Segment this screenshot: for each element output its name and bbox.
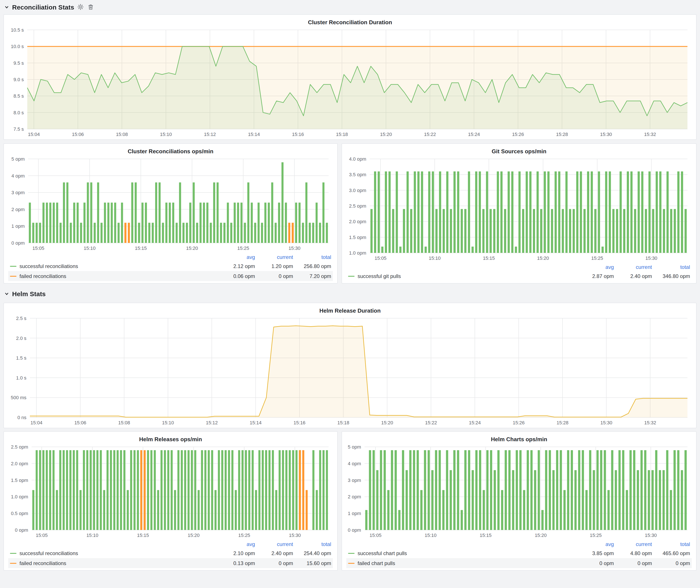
svg-text:15:10: 15:10 [429, 255, 441, 261]
duration-line-chart[interactable]: 7.5 s8.0 s8.5 s9.0 s9.5 s10.0 s10.5 s15:… [7, 26, 693, 139]
svg-text:15:15: 15:15 [483, 255, 495, 261]
svg-text:15:30: 15:30 [645, 533, 657, 538]
legend-header: avg current total [346, 540, 692, 548]
series-marker [10, 553, 16, 554]
series-marker [10, 266, 16, 267]
legend-label[interactable]: failed reconciliations [10, 560, 217, 566]
svg-text:15:06: 15:06 [74, 420, 86, 425]
helm-duration-line-chart[interactable]: 0 ns500 ms1.0 s1.5 s2.0 s2.5 s15:0415:06… [7, 315, 693, 427]
svg-text:15:25: 15:25 [237, 246, 249, 251]
panel-cluster-reconciliation-duration: Cluster Reconciliation Duration 7.5 s8.0… [3, 14, 697, 140]
legend-current-value: 1.20 opm [255, 263, 293, 269]
legend-avg-value: 2.10 opm [217, 550, 255, 556]
legend-current-value: 0 opm [255, 560, 293, 566]
svg-text:3.0 opm: 3.0 opm [349, 188, 366, 193]
git-sources-bar-chart[interactable]: 1.0 opm1.5 opm2.0 opm2.5 opm3.0 opm3.5 o… [345, 155, 693, 262]
svg-text:15:20: 15:20 [380, 132, 392, 137]
legend-total-value: 465.60 opm [652, 550, 690, 556]
svg-text:15:32: 15:32 [644, 420, 656, 425]
legend-label[interactable]: failed reconciliations [10, 273, 217, 279]
legend-header-total[interactable]: total [293, 254, 331, 260]
svg-text:9.5 s: 9.5 s [13, 60, 24, 66]
legend-header-current[interactable]: current [614, 264, 652, 270]
legend-header-total[interactable]: total [293, 541, 331, 547]
svg-text:10.0 s: 10.0 s [11, 44, 24, 49]
reconciliations-bar-chart[interactable]: 0 opm1 opm2 opm3 opm4 opm5 opm15:0515:10… [7, 155, 334, 252]
panel-title[interactable]: Helm Release Duration [7, 305, 693, 315]
svg-text:15:26: 15:26 [512, 132, 524, 137]
svg-text:1.0 opm: 1.0 opm [349, 250, 366, 256]
legend-total-value: 256.80 opm [293, 263, 331, 269]
svg-text:1.0 opm: 1.0 opm [11, 494, 28, 499]
svg-text:15:10: 15:10 [86, 533, 98, 538]
svg-text:500 ms: 500 ms [11, 395, 26, 400]
svg-text:0 ns: 0 ns [17, 415, 26, 420]
panel-helm-releases-opm: Helm Releases ops/min 0 opm0.5 opm1.0 op… [3, 431, 338, 571]
panel-title[interactable]: Helm Charts ops/min [345, 433, 693, 443]
svg-text:15:10: 15:10 [425, 533, 437, 538]
legend-header-current[interactable]: current [614, 541, 652, 547]
legend-header-avg[interactable]: avg [217, 541, 255, 547]
svg-text:3 opm: 3 opm [11, 190, 25, 195]
legend-label[interactable]: successful reconciliations [10, 263, 217, 269]
helm-releases-bar-chart[interactable]: 0 opm0.5 opm1.0 opm1.5 opm2.0 opm2.5 opm… [7, 443, 334, 540]
svg-text:15:05: 15:05 [375, 255, 387, 261]
legend-header: avg current total [8, 540, 333, 548]
chevron-down-icon[interactable] [4, 291, 9, 296]
gear-icon[interactable] [77, 3, 84, 10]
section-title[interactable]: Reconciliation Stats [12, 3, 74, 11]
svg-text:15:15: 15:15 [137, 533, 149, 538]
legend-header-avg[interactable]: avg [217, 254, 255, 260]
chevron-down-icon[interactable] [4, 5, 9, 9]
svg-text:8.5 s: 8.5 s [13, 93, 24, 99]
svg-text:0 opm: 0 opm [11, 240, 25, 246]
svg-text:15:20: 15:20 [537, 255, 549, 261]
svg-text:2.5 opm: 2.5 opm [11, 444, 28, 450]
svg-text:3.5 opm: 3.5 opm [349, 172, 366, 177]
panel-title[interactable]: Git Sources ops/min [345, 145, 693, 155]
svg-text:15:24: 15:24 [468, 132, 480, 137]
panel-cluster-reconciliations-opm: Cluster Reconciliations ops/min 0 opm1 o… [3, 143, 338, 284]
legend-label[interactable]: successful reconciliations [10, 550, 217, 556]
legend-total-value: 346.80 opm [652, 273, 690, 279]
panel-title[interactable]: Cluster Reconciliations ops/min [7, 145, 334, 155]
legend-header-avg[interactable]: avg [576, 264, 614, 270]
svg-text:2.0 opm: 2.0 opm [349, 219, 366, 224]
svg-text:8.0 s: 8.0 s [13, 110, 24, 115]
svg-text:2 opm: 2 opm [348, 494, 361, 499]
helm-charts-bar-chart[interactable]: 0 opm1 opm2 opm3 opm4 opm5 opm15:0515:10… [345, 443, 693, 540]
svg-text:7.5 s: 7.5 s [13, 126, 24, 132]
svg-text:4 opm: 4 opm [348, 461, 361, 466]
section-title[interactable]: Helm Stats [12, 290, 46, 297]
legend: avg current total successful reconciliat… [7, 540, 334, 569]
svg-text:15:10: 15:10 [84, 246, 95, 251]
svg-text:15:20: 15:20 [535, 533, 547, 538]
svg-text:15:16: 15:16 [294, 420, 305, 425]
svg-text:15:12: 15:12 [204, 132, 216, 137]
panel-title[interactable]: Helm Releases ops/min [7, 433, 334, 443]
legend-label[interactable]: successful chart pulls [348, 550, 576, 556]
panel-title[interactable]: Cluster Reconciliation Duration [7, 16, 693, 26]
svg-text:15:16: 15:16 [292, 132, 304, 137]
svg-text:10.5 s: 10.5 s [11, 27, 24, 33]
svg-text:0 opm: 0 opm [348, 527, 361, 533]
trash-icon[interactable] [87, 3, 94, 10]
svg-text:15:18: 15:18 [337, 420, 349, 425]
svg-text:15:05: 15:05 [32, 246, 44, 251]
legend: avg current total successful reconciliat… [7, 252, 334, 282]
legend-header-total[interactable]: total [652, 264, 690, 270]
legend-label[interactable]: failed chart pulls [348, 560, 576, 566]
legend-header-total[interactable]: total [652, 541, 690, 547]
legend-label[interactable]: successful git pulls [348, 273, 576, 279]
legend-header-current[interactable]: current [255, 254, 293, 260]
svg-text:4 opm: 4 opm [11, 173, 25, 179]
svg-text:15:20: 15:20 [188, 533, 200, 538]
svg-text:0 opm: 0 opm [15, 527, 28, 533]
legend-header-current[interactable]: current [255, 541, 293, 547]
svg-text:2.5 opm: 2.5 opm [349, 203, 366, 209]
legend-header-avg[interactable]: avg [576, 541, 614, 547]
svg-text:15:10: 15:10 [160, 132, 172, 137]
svg-text:15:30: 15:30 [600, 132, 612, 137]
svg-text:15:30: 15:30 [645, 255, 657, 261]
svg-text:2 opm: 2 opm [11, 207, 25, 212]
